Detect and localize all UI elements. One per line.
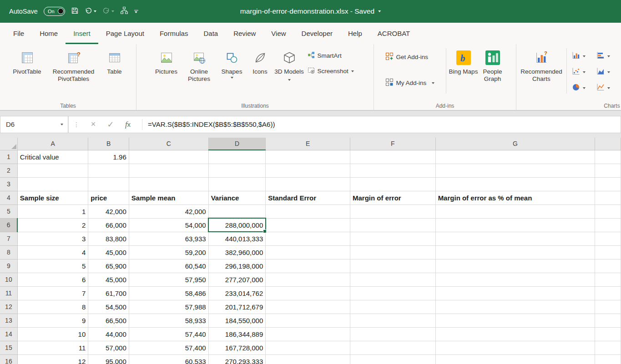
cell-D12[interactable]: 201,712,679 [208, 300, 266, 314]
row-header-8[interactable]: 8 [0, 245, 17, 259]
cell-overflow-8[interactable] [595, 245, 621, 259]
tab-formulas[interactable]: Formulas [152, 23, 196, 44]
cell-D13[interactable]: 184,550,000 [208, 314, 266, 327]
cell-G7[interactable] [435, 232, 595, 245]
cell-G16[interactable] [435, 354, 595, 364]
cell-overflow-3[interactable] [595, 177, 621, 191]
cell-G9[interactable] [435, 259, 595, 273]
cell-C13[interactable]: 58,933 [129, 314, 208, 327]
cell-G1[interactable] [435, 150, 595, 164]
tab-view[interactable]: View [263, 23, 293, 44]
column-header-D[interactable]: D [208, 138, 266, 150]
tab-file[interactable]: File [5, 23, 32, 44]
cell-overflow-5[interactable] [595, 204, 621, 218]
cell-overflow-13[interactable] [595, 314, 621, 327]
cell-C15[interactable]: 57,400 [129, 341, 208, 354]
cell-A1[interactable]: Critical value [17, 150, 88, 164]
cell-A5[interactable]: 1 [17, 204, 88, 218]
autosave-toggle[interactable]: On [44, 7, 65, 16]
pictures-button[interactable]: Pictures [151, 45, 182, 99]
tab-data[interactable]: Data [196, 23, 226, 44]
cell-B7[interactable]: 83,800 [88, 232, 129, 245]
insert-bar-chart-button[interactable] [594, 50, 612, 62]
cell-C7[interactable]: 63,933 [129, 232, 208, 245]
cell-D7[interactable]: 440,013,333 [208, 232, 266, 245]
cell-E7[interactable] [266, 232, 350, 245]
quick-access-button[interactable] [120, 6, 128, 16]
cell-C12[interactable]: 57,988 [129, 300, 208, 314]
cell-B13[interactable]: 66,500 [88, 314, 129, 327]
cell-D1[interactable] [208, 150, 266, 164]
cell-G4[interactable]: Margin of error as % of mean [435, 191, 595, 204]
select-all-button[interactable] [0, 138, 17, 150]
cell-D3[interactable] [208, 177, 266, 191]
redo-button[interactable] [102, 7, 114, 16]
cell-D2[interactable] [208, 164, 266, 177]
cell-C5[interactable]: 42,000 [129, 204, 208, 218]
row-header-1[interactable]: 1 [0, 150, 17, 164]
column-header-A[interactable]: A [17, 138, 88, 150]
cell-overflow-15[interactable] [595, 341, 621, 354]
undo-button[interactable] [85, 7, 96, 16]
my-add-ins-button[interactable]: My Add-ins [383, 77, 443, 89]
tab-home[interactable]: Home [32, 23, 66, 44]
cell-D9[interactable]: 296,198,000 [208, 259, 266, 273]
column-header-F[interactable]: F [350, 138, 435, 150]
insert-line-chart-button[interactable] [594, 82, 612, 94]
cell-F6[interactable] [350, 218, 435, 232]
cell-F5[interactable] [350, 204, 435, 218]
cell-E3[interactable] [266, 177, 350, 191]
cell-E2[interactable] [266, 164, 350, 177]
cell-F9[interactable] [350, 259, 435, 273]
cell-G14[interactable] [435, 327, 595, 341]
cell-B1[interactable]: 1.96 [88, 150, 129, 164]
people-graph-button[interactable]: People Graph [478, 45, 507, 99]
cell-B11[interactable]: 61,700 [88, 286, 129, 300]
cell-A9[interactable]: 5 [17, 259, 88, 273]
cell-C11[interactable]: 58,486 [129, 286, 208, 300]
cell-E12[interactable] [266, 300, 350, 314]
cell-G11[interactable] [435, 286, 595, 300]
cell-B4[interactable]: price [88, 191, 129, 204]
tab-page-layout[interactable]: Page Layout [98, 23, 152, 44]
row-header-3[interactable]: 3 [0, 177, 17, 191]
cell-B3[interactable] [88, 177, 129, 191]
cell-E16[interactable] [266, 354, 350, 364]
row-header-16[interactable]: 16 [0, 354, 17, 364]
cell-B9[interactable]: 65,900 [88, 259, 129, 273]
cell-F1[interactable] [350, 150, 435, 164]
cell-A7[interactable]: 3 [17, 232, 88, 245]
formula-input[interactable]: =VAR.S($B$5:INDEX($B$5:$B$550,$A6)) [148, 120, 275, 128]
cell-B2[interactable] [88, 164, 129, 177]
chevron-down-icon[interactable] [378, 10, 381, 12]
cell-overflow-2[interactable] [595, 164, 621, 177]
cell-overflow-7[interactable] [595, 232, 621, 245]
cell-C6[interactable]: 54,000 [129, 218, 208, 232]
row-header-14[interactable]: 14 [0, 327, 17, 341]
cell-C1[interactable] [129, 150, 208, 164]
cell-overflow-6[interactable] [595, 218, 621, 232]
cell-C16[interactable]: 60,533 [129, 354, 208, 364]
name-box[interactable]: D6 [0, 116, 68, 133]
screenshot-button[interactable]: Screenshot [305, 65, 359, 77]
row-header-9[interactable]: 9 [0, 259, 17, 273]
cell-overflow-14[interactable] [595, 327, 621, 341]
cell-F14[interactable] [350, 327, 435, 341]
cell-G6[interactable] [435, 218, 595, 232]
cell-D11[interactable]: 233,014,762 [208, 286, 266, 300]
recommended-pivottables-button[interactable]: ? Recommended PivotTables [46, 45, 101, 99]
cell-C2[interactable] [129, 164, 208, 177]
cell-F15[interactable] [350, 341, 435, 354]
cell-B5[interactable]: 42,000 [88, 204, 129, 218]
cell-A6[interactable]: 2 [17, 218, 88, 232]
cell-F3[interactable] [350, 177, 435, 191]
cell-B16[interactable]: 95,000 [88, 354, 129, 364]
cell-B8[interactable]: 45,000 [88, 245, 129, 259]
cell-F4[interactable]: Margin of error [350, 191, 435, 204]
bing-maps-button[interactable]: b Bing Maps [449, 45, 478, 99]
cell-C9[interactable]: 60,540 [129, 259, 208, 273]
row-header-12[interactable]: 12 [0, 300, 17, 314]
insert-pie-chart-button[interactable] [570, 82, 588, 94]
cell-E6[interactable] [266, 218, 350, 232]
cell-A13[interactable]: 9 [17, 314, 88, 327]
